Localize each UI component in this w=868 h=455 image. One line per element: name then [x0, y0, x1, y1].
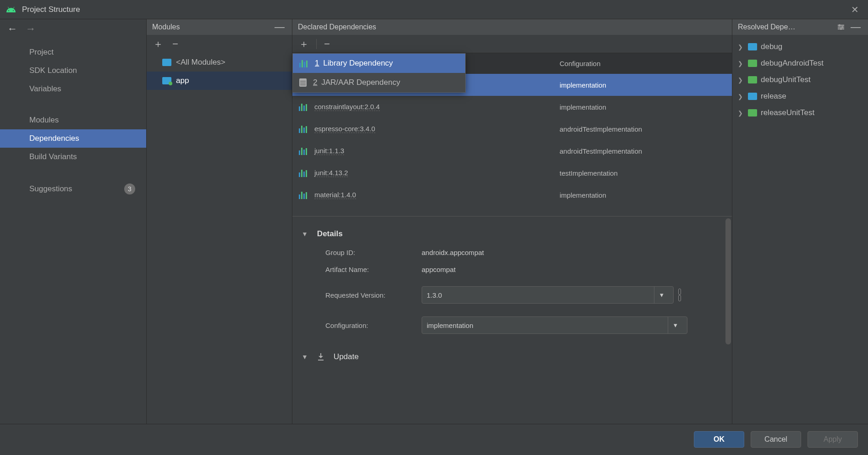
dep-row-constraintlayout[interactable]: constraintlayout:2.0.4 implementation [292, 96, 732, 118]
version-stepper-icon[interactable] [677, 289, 682, 301]
android-icon [5, 4, 16, 15]
remove-module-button[interactable]: − [170, 39, 180, 49]
dep-name: constraintlayout:2.0.4 [314, 103, 380, 111]
config-value: implementation [427, 322, 668, 329]
jar-icon [299, 78, 307, 87]
dep-config-header: Configuration [553, 53, 732, 74]
nav-variables[interactable]: Variables [0, 80, 146, 98]
download-icon [317, 353, 324, 361]
resolved-dependencies-panel: Resolved Depe… — ❯debug ❯debugAndroidTes… [732, 19, 868, 424]
config-combo[interactable]: implementation ▾ [422, 316, 687, 334]
ok-button[interactable]: OK [694, 431, 744, 448]
chevron-right-icon: ❯ [738, 77, 744, 83]
update-heading: Update [334, 352, 359, 361]
back-arrow-icon[interactable]: ← [7, 23, 17, 35]
details-pane: ▼ Details Group ID: androidx.appcompat A… [292, 216, 732, 370]
menu-library-dependency[interactable]: 1 Library Dependency [293, 54, 465, 73]
tree-release[interactable]: ❯release [736, 88, 864, 105]
tree-label: debugAndroidTest [761, 59, 824, 68]
menu-num-2: 2 [313, 78, 317, 87]
tree-debug[interactable]: ❯debug [736, 39, 864, 55]
minimize-icon[interactable]: — [273, 22, 286, 32]
dep-config: implementation [553, 103, 732, 111]
module-app-icon [162, 77, 171, 84]
config-label: Configuration: [325, 322, 422, 329]
dep-config-appcompat: implementation [553, 81, 732, 89]
resolved-header: Resolved Depe… [738, 23, 795, 31]
tree-debugUnitTest[interactable]: ❯debugUnitTest [736, 72, 864, 88]
artifact-label: Artifact Name: [325, 266, 422, 273]
settings-icon[interactable] [838, 25, 844, 29]
chevron-down-icon[interactable]: ▾ [654, 287, 669, 303]
library-icon [299, 103, 308, 111]
nav-project[interactable]: Project [0, 43, 146, 61]
titlebar: Project Structure ✕ [0, 0, 868, 19]
nav-dependencies[interactable]: Dependencies [0, 129, 146, 148]
details-heading: Details [317, 229, 343, 239]
nav-build-variants[interactable]: Build Variants [0, 148, 146, 166]
dep-row-espresso[interactable]: espresso-core:3.4.0 androidTestImplement… [292, 118, 732, 140]
group-id-value: androidx.appcompat [422, 249, 484, 256]
nav-suggestions[interactable]: Suggestions 3 [0, 179, 146, 199]
add-dependency-button[interactable]: ＋ [297, 39, 311, 49]
dependency-list: appcompat:1.3.0 implementation constrain… [292, 74, 732, 206]
declared-header: Declared Dependencies [298, 23, 376, 31]
window-title: Project Structure [22, 5, 80, 14]
tree-label: releaseUnitTest [761, 108, 814, 117]
cancel-button[interactable]: Cancel [751, 431, 801, 448]
chevron-down-icon[interactable]: ▾ [668, 317, 682, 333]
dep-row-junit-androidx[interactable]: junit:1.1.3 androidTestImplementation [292, 140, 732, 162]
dep-row-junit[interactable]: junit:4.13.2 testImplementation [292, 162, 732, 184]
dep-name: material:1.4.0 [314, 191, 356, 199]
tree-label: debugUnitTest [761, 75, 811, 84]
folder-icon [748, 43, 757, 50]
modules-panel: Modules — ＋ − <All Modules> app [147, 19, 292, 424]
dep-row-material[interactable]: material:1.4.0 implementation [292, 184, 732, 206]
artifact-value: appcompat [422, 266, 456, 273]
module-all-label: <All Modules> [176, 58, 225, 67]
library-icon [299, 169, 308, 177]
nav-modules[interactable]: Modules [0, 111, 146, 129]
chevron-right-icon: ❯ [738, 44, 744, 50]
menu-jar-dependency[interactable]: 2 JAR/AAR Dependency [293, 73, 465, 92]
folder-icon [748, 60, 757, 67]
tree-releaseUnitTest[interactable]: ❯releaseUnitTest [736, 105, 864, 121]
module-all[interactable]: <All Modules> [147, 53, 292, 72]
library-icon [299, 125, 308, 133]
chevron-right-icon: ❯ [738, 93, 744, 100]
group-id-label: Group ID: [325, 249, 422, 256]
remove-dependency-button[interactable]: − [322, 39, 332, 49]
dep-config: androidTestImplementation [553, 147, 732, 155]
tree-debugAndroidTest[interactable]: ❯debugAndroidTest [736, 55, 864, 72]
module-app-label: app [176, 76, 189, 85]
folder-icon [748, 76, 757, 83]
dep-config: androidTestImplementation [553, 125, 732, 133]
version-combo[interactable]: 1.3.0 ▾ [422, 286, 674, 304]
nav-suggestions-label: Suggestions [29, 184, 72, 194]
add-dependency-menu: 1 Library Dependency 2 JAR/AAR Dependenc… [292, 53, 466, 93]
library-icon [299, 147, 308, 155]
modules-header: Modules [152, 23, 180, 31]
modules-folder-icon [162, 59, 171, 66]
add-module-button[interactable]: ＋ [151, 39, 165, 49]
folder-icon [748, 93, 757, 100]
dep-name: junit:1.1.3 [314, 147, 344, 155]
chevron-down-icon[interactable]: ▼ [302, 353, 308, 361]
tree-label: debug [761, 42, 782, 51]
declared-dependencies-panel: Declared Dependencies ＋ − 1 Library Depe… [292, 19, 732, 424]
dep-config: implementation [553, 191, 732, 199]
nav-sdk-location[interactable]: SDK Location [0, 61, 146, 80]
close-icon[interactable]: ✕ [847, 2, 863, 17]
chevron-down-icon[interactable]: ▼ [302, 230, 308, 238]
details-scrollbar[interactable] [725, 218, 731, 344]
nav-sidebar: ← → Project SDK Location Variables Modul… [0, 19, 147, 424]
menu-library-label: Library Dependency [323, 59, 393, 67]
module-app[interactable]: app [147, 72, 292, 90]
menu-num-1: 1 [315, 59, 319, 67]
chevron-right-icon: ❯ [738, 110, 744, 117]
minimize-icon[interactable]: — [849, 22, 863, 32]
resolved-tree: ❯debug ❯debugAndroidTest ❯debugUnitTest … [732, 35, 868, 125]
forward-arrow-icon: → [26, 23, 36, 35]
version-value: 1.3.0 [427, 291, 654, 299]
dep-name: junit:4.13.2 [314, 169, 348, 177]
